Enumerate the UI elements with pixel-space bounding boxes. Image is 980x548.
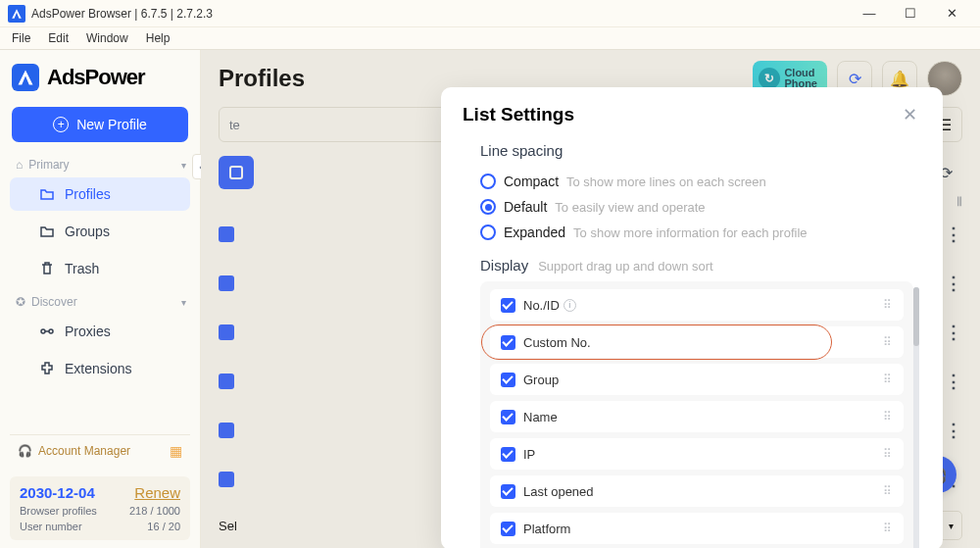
display-hint: Support drag up and down sort xyxy=(538,259,713,274)
checkbox-icon[interactable] xyxy=(501,447,515,462)
drag-handle-icon[interactable]: ⠿ xyxy=(883,340,893,345)
close-modal-button[interactable]: ✕ xyxy=(898,103,921,126)
drag-handle-icon[interactable]: ⠿ xyxy=(883,303,893,308)
brand-logo-icon xyxy=(12,64,39,91)
display-item-custom-no-[interactable]: Custom No.⠿ xyxy=(490,326,904,358)
compass-icon: ✪ xyxy=(16,295,25,309)
sidebar-item-label: Extensions xyxy=(65,361,131,376)
sidebar-item-profiles[interactable]: Profiles xyxy=(10,177,190,211)
drag-handle-icon[interactable]: ⠿ xyxy=(883,526,893,531)
plus-icon: + xyxy=(53,117,69,132)
trash-icon xyxy=(39,261,55,276)
menu-edit[interactable]: Edit xyxy=(42,29,74,47)
line-spacing-title: Line spacing xyxy=(480,142,923,159)
new-profile-button[interactable]: + New Profile xyxy=(12,107,188,142)
menu-help[interactable]: Help xyxy=(140,29,176,47)
spacing-option-default[interactable]: DefaultTo easily view and operate xyxy=(480,194,923,220)
info-icon[interactable]: i xyxy=(564,299,576,312)
sidebar-item-proxies[interactable]: Proxies xyxy=(10,315,190,348)
puzzle-icon xyxy=(39,361,55,376)
display-item-last-opened[interactable]: Last opened⠿ xyxy=(490,475,904,507)
folders-icon xyxy=(39,224,55,239)
display-list: No./IDi⠿Custom No.⠿Group⠿Name⠿IP⠿Last op… xyxy=(480,281,913,548)
close-button[interactable]: ✕ xyxy=(931,0,972,27)
sidebar-item-trash[interactable]: Trash xyxy=(10,252,190,285)
svg-point-0 xyxy=(41,329,45,333)
drag-handle-icon[interactable]: ⠿ xyxy=(883,377,893,382)
main-area: Profiles ↻ Cloud Phone ⟳ 🔔 te ☰ 🏷 xyxy=(201,50,980,548)
checkbox-icon[interactable] xyxy=(501,335,515,350)
sidebar-item-groups[interactable]: Groups xyxy=(10,215,190,248)
radio-icon xyxy=(480,224,496,240)
sidebar-item-label: Proxies xyxy=(65,324,111,339)
sidebar-item-label: Profiles xyxy=(65,186,111,202)
renew-link[interactable]: Renew xyxy=(134,484,180,501)
subscription-card: 2030-12-04 Renew Browser profiles 218 / … xyxy=(10,476,190,540)
spacing-option-compact[interactable]: CompactTo show more lines on each screen xyxy=(480,169,923,194)
checkbox-icon[interactable] xyxy=(501,484,515,499)
chevron-down-icon: ▾ xyxy=(181,297,186,308)
radio-icon xyxy=(480,174,496,189)
checkbox-icon[interactable] xyxy=(501,298,515,313)
spacing-option-expanded[interactable]: ExpandedTo show more information for eac… xyxy=(480,220,923,245)
titlebar: AdsPower Browser | 6.7.5 | 2.7.2.3 ― ☐ ✕ xyxy=(0,0,980,27)
checkbox-icon[interactable] xyxy=(501,522,515,536)
checkbox-icon[interactable] xyxy=(501,410,515,424)
menubar: File Edit Window Help xyxy=(0,27,980,49)
display-item-ip[interactable]: IP⠿ xyxy=(490,438,904,470)
display-item-no-id[interactable]: No./IDi⠿ xyxy=(490,289,904,321)
browser-profiles-value: 218 / 1000 xyxy=(129,505,180,517)
sidebar: AdsPower + New Profile ‹ ⌂ Primary ▾ Pro… xyxy=(0,50,201,548)
sidebar-item-label: Groups xyxy=(65,224,110,239)
sidebar-item-label: Trash xyxy=(65,261,99,276)
app-icon xyxy=(8,5,25,23)
maximize-button[interactable]: ☐ xyxy=(890,0,931,27)
svg-point-1 xyxy=(49,329,53,333)
scrollbar[interactable] xyxy=(913,287,919,548)
new-profile-label: New Profile xyxy=(76,117,147,132)
menu-file[interactable]: File xyxy=(6,29,36,47)
display-item-name[interactable]: Name⠿ xyxy=(490,401,904,432)
user-number-value: 16 / 20 xyxy=(147,521,180,532)
home-icon: ⌂ xyxy=(16,158,23,172)
qr-icon[interactable]: ▦ xyxy=(170,443,182,459)
account-manager-link[interactable]: 🎧 Account Manager ▦ xyxy=(10,434,190,467)
sidebar-item-extensions[interactable]: Extensions xyxy=(10,352,190,385)
browser-profiles-label: Browser profiles xyxy=(20,505,97,517)
headset-icon: 🎧 xyxy=(18,444,32,458)
proxy-icon xyxy=(39,324,55,339)
expiry-date: 2030-12-04 xyxy=(20,484,95,501)
window-title: AdsPower Browser | 6.7.5 | 2.7.2.3 xyxy=(31,7,213,21)
display-item-platform[interactable]: Platform⠿ xyxy=(490,513,904,544)
drag-handle-icon[interactable]: ⠿ xyxy=(883,452,893,457)
nav-group-discover[interactable]: ✪ Discover ▾ xyxy=(0,287,200,313)
nav-group-primary[interactable]: ⌂ Primary ▾ xyxy=(0,150,200,175)
chevron-down-icon: ▾ xyxy=(181,160,186,171)
brand-text: AdsPower xyxy=(47,65,145,90)
menu-window[interactable]: Window xyxy=(80,29,134,47)
minimize-button[interactable]: ― xyxy=(849,0,890,27)
radio-icon xyxy=(480,199,496,215)
checkbox-icon[interactable] xyxy=(501,373,515,387)
drag-handle-icon[interactable]: ⠿ xyxy=(883,489,893,494)
folder-icon xyxy=(39,186,55,202)
user-number-label: User number xyxy=(20,521,82,532)
modal-title: List Settings xyxy=(463,104,574,125)
display-item-group[interactable]: Group⠿ xyxy=(490,364,904,395)
list-settings-modal: List Settings ✕ Line spacing CompactTo s… xyxy=(441,87,943,548)
display-title: Display xyxy=(480,257,528,274)
drag-handle-icon[interactable]: ⠿ xyxy=(883,415,893,420)
